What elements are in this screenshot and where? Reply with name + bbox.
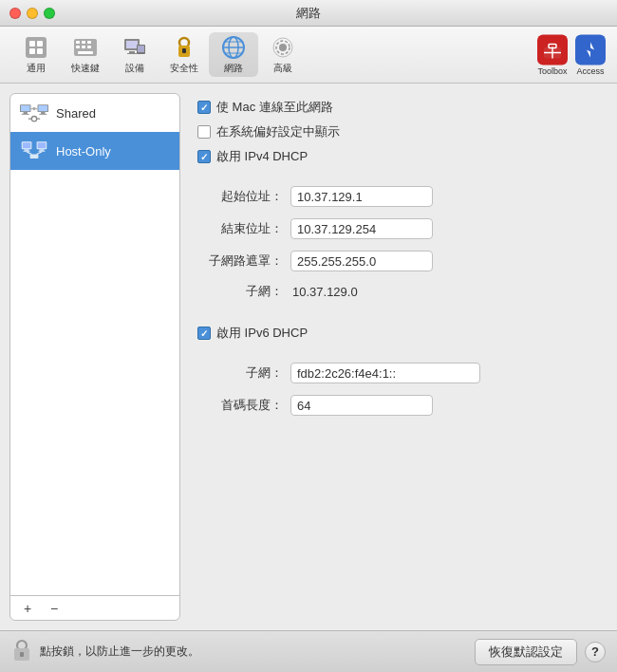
svg-rect-16 (127, 53, 137, 54)
svg-rect-42 (39, 114, 47, 115)
svg-rect-4 (37, 48, 43, 54)
connect-mac-checkbox[interactable] (197, 101, 211, 114)
access-icon (575, 34, 606, 65)
access-label: Access (576, 65, 604, 75)
svg-rect-57 (30, 155, 39, 159)
toolbar-item-security[interactable]: 安全性 (159, 32, 209, 77)
svg-rect-3 (29, 48, 35, 54)
svg-rect-8 (87, 41, 91, 44)
general-icon (23, 34, 49, 61)
access-button[interactable]: Access (575, 34, 606, 75)
spacer-1 (197, 173, 600, 180)
shared-network-icon (20, 102, 48, 124)
svg-rect-12 (78, 51, 93, 54)
start-address-row: 起始位址： (197, 186, 600, 207)
start-address-label: 起始位址： (197, 188, 283, 205)
svg-rect-36 (21, 105, 30, 111)
svg-rect-0 (26, 37, 47, 58)
keyboard-label: 快速鍵 (71, 62, 100, 75)
toolbox-label: Toolbox (537, 65, 567, 75)
svg-point-27 (279, 44, 287, 51)
ipv4-dhcp-label: 啟用 IPv4 DHCP (216, 148, 308, 165)
host-only-icon (20, 140, 48, 162)
svg-point-43 (32, 107, 36, 111)
minimize-button[interactable] (27, 8, 38, 19)
host-only-label: Host-Only (56, 144, 111, 159)
connect-mac-label: 使 Mac 連線至此網路 (216, 99, 333, 116)
ipv4-dhcp-row: 啟用 IPv4 DHCP (197, 148, 600, 165)
svg-rect-37 (24, 112, 28, 114)
ipv6-subnet-input[interactable] (290, 363, 480, 383)
svg-rect-54 (38, 142, 47, 148)
sidebar: Shared (9, 93, 180, 621)
prefix-len-input[interactable] (290, 395, 433, 416)
sidebar-list: Shared (10, 94, 179, 595)
svg-rect-50 (23, 142, 31, 148)
toolbar-item-general[interactable]: 通用 (11, 32, 61, 77)
svg-rect-9 (76, 46, 80, 48)
svg-rect-1 (29, 41, 35, 47)
svg-rect-11 (87, 46, 91, 48)
svg-point-46 (31, 117, 36, 121)
svg-rect-14 (126, 41, 138, 48)
ipv6-subnet-label: 子網： (197, 364, 283, 382)
content-panel: 使 Mac 連線至此網路 在系統偏好設定中顯示 啟用 IPv4 DHCP 起始位… (190, 93, 608, 621)
toolbox-button[interactable]: Toolbox (537, 34, 568, 75)
svg-rect-40 (38, 105, 47, 111)
sidebar-footer: + − (10, 595, 179, 620)
toolbar: 通用 快速鍵 (0, 27, 617, 84)
svg-rect-2 (37, 41, 43, 47)
subnet-mask-input[interactable] (290, 251, 433, 271)
toolbar-items: 通用 快速鍵 (11, 32, 606, 77)
subnet-value: 10.37.129.0 (290, 285, 358, 299)
svg-rect-15 (129, 51, 135, 53)
bottombar: 點按鎖，以防止進一步的更改。 恢復默認設定 ? (0, 630, 617, 672)
svg-rect-55 (39, 149, 44, 151)
toolbar-item-devices[interactable]: 設備 (110, 32, 159, 77)
toolbar-item-keyboard[interactable]: 快速鍵 (61, 32, 110, 77)
ipv6-dhcp-label: 啟用 IPv6 DHCP (216, 325, 308, 342)
ipv6-subnet-row: 子網： (197, 363, 600, 383)
show-prefs-label: 在系統偏好設定中顯示 (216, 123, 340, 140)
show-prefs-row: 在系統偏好設定中顯示 (197, 123, 600, 140)
start-address-input[interactable] (290, 186, 433, 207)
titlebar: 網路 (0, 0, 617, 27)
devices-label: 設備 (125, 62, 144, 75)
subnet-mask-row: 子網路遮罩： (197, 251, 600, 271)
toolbar-item-network[interactable]: 網路 (209, 32, 258, 77)
subnet-label: 子網： (197, 283, 283, 300)
prefix-len-label: 首碼長度： (197, 397, 283, 414)
toolbar-right-buttons: Toolbox Access (537, 34, 606, 75)
end-address-row: 結束位址： (197, 218, 600, 239)
sidebar-item-host-only[interactable]: Host-Only (10, 132, 179, 170)
svg-rect-38 (22, 114, 29, 115)
svg-line-58 (27, 152, 31, 155)
toolbar-item-advanced[interactable]: 高級 (258, 32, 308, 77)
svg-rect-21 (182, 48, 186, 53)
window-title: 網路 (296, 5, 321, 22)
restore-defaults-button[interactable]: 恢復默認設定 (475, 639, 577, 665)
lock-icon[interactable] (11, 637, 32, 666)
prefix-len-row: 首碼長度： (197, 395, 600, 416)
devices-icon (122, 34, 148, 61)
subnet-mask-label: 子網路遮罩： (197, 252, 283, 270)
add-network-button[interactable]: + (14, 599, 41, 618)
end-address-label: 結束位址： (197, 220, 283, 237)
lock-description: 點按鎖，以防止進一步的更改。 (40, 644, 467, 660)
svg-rect-52 (24, 151, 30, 152)
keyboard-icon (72, 34, 99, 61)
ipv6-dhcp-checkbox[interactable] (197, 327, 211, 340)
svg-rect-10 (82, 46, 85, 48)
sidebar-item-shared[interactable]: Shared (10, 94, 179, 132)
ipv4-dhcp-checkbox[interactable] (197, 150, 211, 163)
maximize-button[interactable] (44, 8, 55, 19)
svg-rect-62 (20, 652, 24, 657)
help-button[interactable]: ? (585, 642, 606, 663)
spacer-2 (197, 311, 600, 319)
end-address-input[interactable] (290, 218, 433, 239)
remove-network-button[interactable]: − (41, 599, 67, 618)
svg-rect-56 (38, 151, 45, 152)
show-prefs-checkbox[interactable] (197, 125, 211, 139)
advanced-icon (270, 34, 296, 61)
close-button[interactable] (9, 8, 21, 19)
